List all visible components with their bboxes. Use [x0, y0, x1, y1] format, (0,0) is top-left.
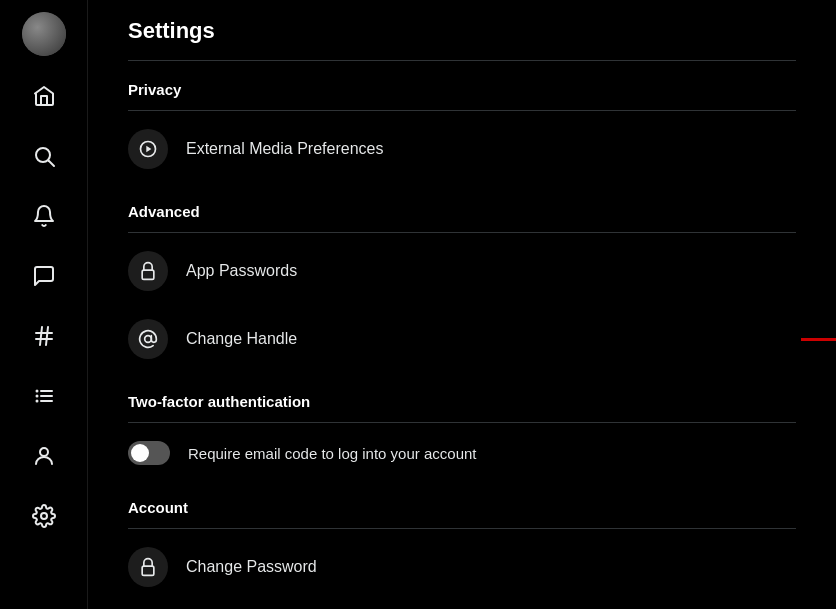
divider-2fa — [128, 422, 796, 423]
change-password-icon — [128, 547, 168, 587]
avatar[interactable] — [22, 12, 66, 56]
row-app-passwords[interactable]: App Passwords — [128, 237, 796, 305]
svg-rect-16 — [142, 270, 154, 279]
section-account-label: Account — [128, 479, 796, 524]
divider-advanced — [128, 232, 796, 233]
divider-account — [128, 528, 796, 529]
section-privacy-label: Privacy — [128, 61, 796, 106]
sidebar — [0, 0, 88, 609]
sidebar-item-messages[interactable] — [16, 248, 72, 304]
external-media-label: External Media Preferences — [186, 140, 383, 158]
sidebar-item-topics[interactable] — [16, 308, 72, 364]
sidebar-item-search[interactable] — [16, 128, 72, 184]
external-media-icon — [128, 129, 168, 169]
svg-point-17 — [145, 336, 152, 343]
svg-point-12 — [40, 448, 48, 456]
app-passwords-icon — [128, 251, 168, 291]
svg-rect-18 — [142, 566, 154, 575]
sidebar-item-profile[interactable] — [16, 428, 72, 484]
divider-privacy — [128, 110, 796, 111]
svg-line-1 — [48, 161, 54, 167]
change-handle-icon — [128, 319, 168, 359]
sidebar-item-notifications[interactable] — [16, 188, 72, 244]
sidebar-item-lists[interactable] — [16, 368, 72, 424]
change-handle-label: Change Handle — [186, 330, 297, 348]
svg-marker-15 — [146, 146, 151, 153]
svg-point-11 — [35, 400, 38, 403]
toggle-knob — [131, 444, 149, 462]
svg-line-5 — [46, 327, 48, 345]
change-password-label: Change Password — [186, 558, 317, 576]
svg-line-4 — [40, 327, 42, 345]
row-change-password[interactable]: Change Password — [128, 533, 796, 601]
page-title: Settings — [128, 0, 796, 61]
svg-point-13 — [41, 513, 47, 519]
email-code-label: Require email code to log into your acco… — [188, 445, 477, 462]
email-code-toggle[interactable] — [128, 441, 170, 465]
row-change-handle[interactable]: Change Handle — [128, 305, 796, 373]
section-advanced-label: Advanced — [128, 183, 796, 228]
row-external-media[interactable]: External Media Preferences — [128, 115, 796, 183]
row-email-code: Require email code to log into your acco… — [128, 427, 796, 479]
svg-point-7 — [35, 395, 38, 398]
settings-main: Settings Privacy External Media Preferen… — [88, 0, 836, 609]
app-passwords-label: App Passwords — [186, 262, 297, 280]
sidebar-item-settings[interactable] — [16, 488, 72, 544]
row-export-data[interactable]: Export My Data — [128, 601, 796, 609]
arrow-annotation — [801, 329, 836, 349]
section-2fa-label: Two-factor authentication — [128, 373, 796, 418]
sidebar-item-home[interactable] — [16, 68, 72, 124]
svg-point-6 — [35, 390, 38, 393]
